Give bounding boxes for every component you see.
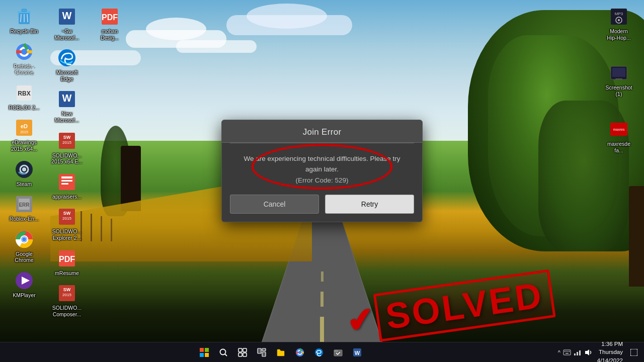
- icon-roblox-err[interactable]: ERR Roblox-Err...: [4, 192, 44, 224]
- cloud-1b: [146, 18, 206, 40]
- taskbar-search[interactable]: [214, 343, 232, 361]
- icon-modern-hiphop[interactable]: MP3 ModernHip-Hop...: [599, 4, 639, 43]
- svg-rect-87: [630, 349, 637, 356]
- svg-rect-59: [200, 353, 204, 357]
- icon-sw-microsoft[interactable]: W ~SwMicrosof...: [47, 4, 87, 43]
- icon-mresume[interactable]: PDF mResume: [47, 246, 87, 279]
- error-dialog: Join Error We are experiencing technical…: [221, 120, 423, 223]
- icon-solidworks-2015[interactable]: SW 2015 SOLIDWO...2015 x64 E...: [47, 128, 87, 167]
- svg-text:W: W: [62, 93, 72, 104]
- task-view-button[interactable]: [233, 343, 252, 361]
- svg-rect-80: [567, 351, 568, 352]
- svg-text:2015: 2015: [62, 216, 71, 221]
- svg-rect-57: [200, 348, 204, 352]
- icon-google-chrome[interactable]: GoogleChrome: [4, 227, 44, 265]
- dialog-titlebar: Join Error: [222, 120, 422, 143]
- icon-roblox[interactable]: RBX ROBLOX 2...: [4, 80, 44, 113]
- retry-button[interactable]: Retry: [325, 195, 414, 214]
- taskbar-file-manager[interactable]: [329, 343, 347, 361]
- svg-rect-53: [612, 68, 625, 77]
- svg-rect-79: [565, 351, 566, 352]
- svg-text:2015: 2015: [62, 293, 71, 297]
- svg-point-72: [298, 351, 301, 354]
- svg-rect-85: [579, 350, 581, 355]
- icon-screenshot[interactable]: Screenshot(1): [599, 60, 639, 99]
- notification-button[interactable]: [628, 343, 640, 361]
- svg-line-62: [225, 354, 227, 356]
- cancel-button[interactable]: Cancel: [230, 195, 319, 214]
- dialog-buttons: Cancel Retry: [222, 195, 422, 222]
- svg-point-23: [22, 237, 26, 241]
- road-line-1: [320, 317, 324, 342]
- svg-line-3: [21, 14, 21, 22]
- cloud-2: [176, 40, 257, 53]
- dialog-title: Join Error: [303, 127, 342, 137]
- cloud-3b: [247, 4, 327, 29]
- svg-text:PDF: PDF: [102, 13, 118, 22]
- icon-microsoft-edge[interactable]: MicrosoftEdge: [47, 45, 87, 84]
- svg-rect-63: [238, 348, 242, 352]
- svg-point-61: [220, 349, 226, 354]
- taskbar-word[interactable]: W: [348, 343, 366, 361]
- desktop: Recycle Bin Rethish -Chrome: [0, 0, 644, 362]
- svg-text:W: W: [62, 10, 72, 21]
- taskbar: W ^: [0, 342, 644, 362]
- svg-text:W: W: [355, 350, 360, 356]
- svg-rect-84: [577, 352, 578, 355]
- svg-rect-2: [22, 9, 27, 12]
- svg-rect-69: [262, 352, 266, 356]
- svg-text:RBX: RBX: [18, 90, 30, 97]
- icon-rethish-chrome[interactable]: Rethish -Chrome: [4, 39, 44, 78]
- road-line-2: [320, 292, 324, 307]
- svg-point-8: [21, 49, 27, 55]
- widgets-button[interactable]: [253, 343, 271, 361]
- svg-line-5: [27, 14, 28, 22]
- icon-maxresdefault[interactable]: maxres maxresdefa...: [599, 117, 639, 155]
- taskbar-edge[interactable]: [310, 343, 328, 361]
- svg-point-51: [618, 19, 620, 21]
- icon-new-microsoft[interactable]: W NewMicrosof...: [47, 86, 87, 125]
- icon-appraisers[interactable]: appraisers...: [47, 169, 87, 202]
- svg-point-16: [22, 167, 26, 171]
- svg-text:2015: 2015: [62, 140, 71, 145]
- icon-mohan-design[interactable]: PDF mohanDesig...: [90, 4, 130, 43]
- svg-rect-35: [61, 176, 72, 178]
- svg-text:SW: SW: [63, 135, 71, 140]
- svg-rect-82: [566, 353, 569, 354]
- clock-display[interactable]: 1:36 PM Thursday4/14/2022: [594, 339, 626, 362]
- desktop-icons-left: Recycle Bin Rethish -Chrome: [0, 0, 111, 332]
- svg-rect-65: [238, 353, 242, 356]
- icon-kmplayer[interactable]: KMPlayer: [4, 268, 44, 301]
- tray-chevron[interactable]: ^: [558, 349, 560, 355]
- svg-marker-86: [585, 349, 589, 355]
- svg-rect-67: [258, 348, 261, 353]
- svg-text:2015: 2015: [20, 130, 28, 134]
- svg-text:maxres: maxres: [613, 128, 625, 131]
- svg-rect-66: [243, 353, 247, 356]
- fence-4: [111, 219, 112, 241]
- svg-rect-83: [574, 353, 576, 355]
- svg-rect-58: [205, 348, 209, 352]
- desktop-icons-right: MP3 ModernHip-Hop... Screenshot(1): [594, 0, 644, 160]
- icon-steam[interactable]: Steam: [4, 157, 44, 190]
- start-button[interactable]: [195, 343, 213, 361]
- dialog-body: We are experiencing technical difficulti…: [222, 143, 422, 195]
- svg-rect-36: [61, 180, 72, 182]
- svg-rect-78: [564, 350, 571, 355]
- svg-rect-64: [243, 348, 247, 352]
- taskbar-chrome[interactable]: [291, 343, 309, 361]
- svg-text:ERR: ERR: [19, 202, 30, 208]
- icon-recycle-bin[interactable]: Recycle Bin: [4, 4, 44, 37]
- taskbar-explorer[interactable]: [272, 343, 290, 361]
- icon-solidworks-explorer[interactable]: SW 2015 SOLIDWO...Explorer 2...: [47, 204, 87, 243]
- svg-text:SW: SW: [63, 211, 71, 216]
- keyboard-icon: [563, 348, 571, 356]
- svg-text:eD: eD: [21, 123, 28, 129]
- solved-checkmark: ✔: [344, 300, 376, 341]
- icon-solidworks-composer[interactable]: SW 2015 SOLIDWO...Composer...: [47, 281, 87, 319]
- network-icon: [574, 348, 582, 356]
- icon-edrawings[interactable]: eD 2015 eDrawings2015 x64...: [4, 115, 44, 154]
- svg-rect-37: [61, 183, 68, 185]
- road-line-3: [321, 272, 324, 282]
- svg-rect-48: [611, 9, 627, 25]
